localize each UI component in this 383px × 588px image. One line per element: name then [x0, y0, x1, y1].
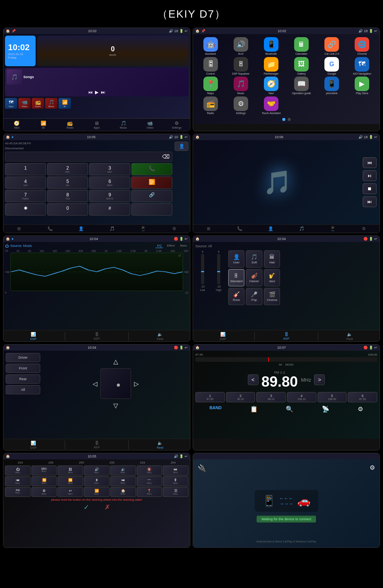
radio-signal-icon[interactable]: 📡 — [322, 405, 329, 413]
app-igo[interactable]: 🗺 iGO Navigation — [348, 57, 376, 75]
app-control[interactable]: 🎛 Control — [196, 57, 225, 75]
app-maps[interactable]: 📍 Maps — [196, 77, 225, 95]
key-5[interactable]: 5JKL — [47, 176, 88, 189]
app-settings[interactable]: ⚙ Settings — [226, 96, 255, 115]
app-calculator[interactable]: 🖩 Calculator — [287, 37, 316, 56]
app-filemanager[interactable]: 📁 FileManager — [257, 57, 285, 75]
shortcut-radio[interactable]: 📻Radio — [32, 98, 44, 109]
dsp-btn-6[interactable]: 📊DSP — [193, 332, 253, 341]
field-rear[interactable]: Rear — [6, 374, 40, 384]
asp-slider-1[interactable] — [201, 254, 204, 284]
app-dsp[interactable]: 🎚 DSP Equalizer — [226, 57, 255, 75]
radio-next-btn[interactable]: > — [314, 374, 325, 385]
shortcut-bt[interactable]: 📶Bt — [59, 98, 71, 109]
sw-back[interactable]: ↩NULL — [57, 487, 83, 497]
sw-extra1[interactable]: 🎙NULL — [163, 476, 188, 486]
key-star[interactable]: ✱ — [5, 203, 46, 216]
shortcut-navi[interactable]: 🗺Navi — [5, 98, 17, 109]
app-bluetooth[interactable]: 📱 Bluetooth — [257, 37, 285, 56]
app-radio[interactable]: 📻 Radio — [196, 96, 225, 115]
key-3[interactable]: 3DEF — [89, 163, 130, 175]
app-chrome[interactable]: 🌐 Chrome — [348, 37, 376, 56]
asp-cinema[interactable]: 🎬Cinema — [264, 288, 280, 305]
asp-standard[interactable]: 🎚Standard — [228, 269, 244, 286]
key-0[interactable]: 0+ — [47, 203, 88, 216]
nav-settings[interactable]: ⚙Settings — [163, 120, 190, 130]
nav-video[interactable]: 📹Video — [137, 120, 164, 130]
asp-classic[interactable]: 🎻Classic — [246, 269, 262, 286]
sw-mute[interactable]: 🔇NULL — [137, 466, 162, 475]
asp-pop[interactable]: 🎤Pop — [246, 288, 262, 305]
app-phonelink[interactable]: 📱 phonelink — [318, 77, 346, 95]
radio-search-icon[interactable]: 🔍 — [286, 405, 293, 413]
music-prev[interactable]: ⏮ — [88, 90, 93, 95]
key-4[interactable]: 4GHI — [5, 176, 46, 189]
music-stop[interactable]: ⏹ — [363, 183, 376, 194]
asp-btn-7[interactable]: 🎛ASP — [67, 441, 126, 449]
bn-m-settings[interactable]: ⚙ — [349, 226, 380, 232]
sw-next[interactable]: ⏭NULL — [163, 466, 188, 475]
bn-contacts[interactable]: 👤 — [65, 226, 97, 232]
field-down-icon[interactable]: ▽ — [113, 402, 118, 409]
eq-tab-bass[interactable]: Bass — [178, 243, 188, 248]
app-gallery[interactable]: 🖼 Gallery — [287, 57, 316, 75]
bn-call[interactable]: 📞 — [34, 226, 65, 232]
preset-4[interactable]: 4106.10 — [287, 392, 316, 402]
eq-power-icon[interactable]: ⏻ — [5, 244, 9, 248]
asp-soft[interactable]: 🎵Soft — [246, 250, 262, 268]
field-left-icon[interactable]: ◁ — [93, 380, 97, 387]
field-front[interactable]: Front — [6, 364, 40, 373]
radio-prev-btn[interactable]: < — [248, 374, 259, 385]
radio-freq-bar[interactable] — [195, 357, 377, 362]
preset-6[interactable]: 687.50 — [348, 392, 377, 402]
shortcut-video[interactable]: 📹Video — [18, 98, 31, 109]
field-right-icon[interactable]: ▷ — [134, 380, 139, 387]
carplay-connect-icon[interactable]: 🔌 — [198, 464, 206, 472]
radio-settings-icon[interactable]: ⚙ — [358, 405, 363, 413]
app-aux[interactable]: 🔊 AUX — [226, 37, 255, 56]
nav-navi[interactable]: 🧭Navi — [3, 120, 30, 130]
preset-3[interactable]: 398.10 — [256, 392, 286, 402]
sw-vol-down[interactable]: 🔉NULL — [110, 466, 136, 475]
bn-m-contacts[interactable]: 👤 — [255, 226, 286, 232]
sw-skip[interactable]: ⏮NULL — [110, 476, 136, 486]
preset-1[interactable]: 187.50 — [195, 392, 225, 402]
bn-m-phone[interactable]: 📱 — [318, 226, 349, 232]
asp-user[interactable]: 👤User — [228, 250, 244, 268]
bn-phone[interactable]: 📱 — [128, 226, 159, 232]
bn-settings-phone[interactable]: ⚙ — [159, 226, 190, 232]
sw-menu[interactable]: ☰NULL — [163, 487, 188, 497]
sw-src[interactable]: SRCNULL — [31, 466, 57, 475]
field-driver[interactable]: Driver — [6, 353, 40, 362]
bn-m-call[interactable]: 📞 — [224, 226, 255, 232]
key-link[interactable]: 🔗 — [131, 190, 172, 202]
sw-fwd[interactable]: ⏩NULL — [31, 476, 57, 486]
field-position-pad[interactable] — [100, 368, 131, 399]
sw-loc[interactable]: 📍NULL — [137, 487, 162, 497]
key-8[interactable]: 8TUV — [47, 190, 88, 202]
preset-5[interactable]: 5108.00 — [318, 392, 347, 402]
sw-vol-up[interactable]: 🔊NULL — [84, 466, 110, 475]
key-9[interactable]: 9WXYZ — [89, 190, 130, 202]
key-2[interactable]: 2ABC — [47, 163, 88, 175]
field-all[interactable]: All — [6, 385, 40, 394]
sw-ok-btn[interactable]: ✓ — [83, 503, 89, 511]
dsp-btn-7[interactable]: 📊DSP — [3, 441, 63, 449]
asp-slider-2[interactable] — [217, 254, 220, 284]
nav-bt[interactable]: 📶Bt — [30, 120, 57, 130]
bn-music[interactable]: 🎵 — [97, 226, 128, 232]
field-btn-6[interactable]: 🔈Field — [320, 332, 380, 341]
app-google[interactable]: G Google — [318, 57, 346, 75]
eq-reset-icon[interactable]: ↺ — [178, 254, 181, 258]
key-end[interactable]: 📴 — [131, 176, 172, 189]
music-play[interactable]: ▶ — [95, 90, 98, 95]
nav-apps[interactable]: ⊞Apps — [83, 120, 110, 130]
app-opguide[interactable]: 📖 Operation guide — [287, 77, 316, 95]
sw-cancel-btn[interactable]: ✗ — [105, 503, 110, 511]
key-1[interactable]: 1 — [5, 163, 46, 175]
key-6[interactable]: 6MNO — [89, 176, 130, 189]
music-play-pause[interactable]: ⏯ — [363, 170, 376, 181]
field-btn-7[interactable]: 🔈Field — [130, 441, 190, 449]
eq-tab-effect[interactable]: Effect — [165, 243, 176, 248]
sw-power[interactable]: ⏻NULL — [5, 466, 31, 475]
